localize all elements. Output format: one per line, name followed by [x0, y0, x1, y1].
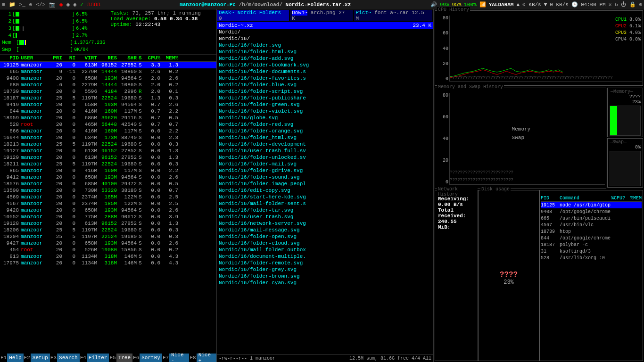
table-row[interactable]: 9427 manzoor 20 0 658M 193M 94564 S 0.0 …	[0, 240, 216, 247]
col-header-res[interactable]: RES	[99, 55, 119, 61]
list-item[interactable]: Nordic/16/folder-remote.svg	[217, 260, 433, 266]
list-item[interactable]: 19125 node /usr/bin/gtop	[541, 202, 642, 208]
pp-col-mem[interactable]: %MEM	[625, 196, 642, 201]
table-row[interactable]: 454 root 20 0 526M 19080 15856 S 0.0 0.2	[0, 247, 216, 253]
table-row[interactable]: 9428 manzoor 20 0 658M 193M 94564 S 0.0 …	[0, 207, 216, 214]
list-item[interactable]: Nordic/16/folder-html.svg	[217, 49, 433, 55]
col-header-pid[interactable]: PID	[1, 55, 21, 61]
f3-key[interactable]: F3Search	[50, 354, 80, 362]
list-item[interactable]: Nordic/16/folder-red.svg	[217, 121, 433, 128]
list-item[interactable]: Nordic/16/folder-mail.svg	[217, 161, 433, 167]
table-row[interactable]: 528 root 20 0 465M 56448 42540 S 0.7 0.7	[0, 121, 216, 128]
table-row[interactable]: 10552 manzoor 20 0 775M 288M 90612 S 0.0…	[0, 214, 216, 220]
table-row[interactable]: 9408 manzoor 20 0 658M 193M 94564 S 2.0 …	[0, 75, 216, 82]
list-item[interactable]: Nordic/16/document-multiple.	[217, 253, 433, 260]
table-row[interactable]: 19128 manzoor 20 0 613M 96152 27852 S 0.…	[0, 220, 216, 227]
list-item[interactable]: Nordic/16/folder-publicshare	[217, 95, 433, 101]
list-item[interactable]: Nordic/16/mail-message.svg	[217, 227, 433, 233]
f4-key[interactable]: F4Filter	[80, 354, 109, 362]
list-item[interactable]: Nordic/16/user-trash.svg	[217, 214, 433, 220]
list-item[interactable]: Nordic/16/folder_html.svg	[217, 134, 433, 141]
table-row[interactable]: 18959 manzoor 20 0 686M 39620 29116 S 0.…	[0, 115, 216, 121]
list-item[interactable]: Nordic/16/folder-documents.s	[217, 68, 433, 75]
table-row[interactable]: 844 manzoor 20 0 416M 160M 117M S 0.7 2.…	[0, 108, 216, 115]
pane1-header[interactable]: Desk~ Nordic-Folders 0	[217, 10, 289, 21]
col-header-shr[interactable]: SHR	[119, 55, 139, 61]
list-item[interactable]: Nordic/16/folder-unlocked.sv	[217, 154, 433, 161]
list-item[interactable]: Nordic/16/folder.svg	[217, 42, 433, 49]
list-item[interactable]: Nordic/16/edit-copy.svg	[217, 187, 433, 194]
f7-key[interactable]: F7Nice -	[162, 354, 190, 362]
list-item[interactable]: Nordic/16/folder-grey.svg	[217, 266, 433, 273]
table-row[interactable]: 18206 manzoor 25 5 1197M 22524 19680 S 0…	[0, 227, 216, 233]
table-row[interactable]: 16944 manzoor 20 0 634M 173M 88740 S 0.0…	[0, 134, 216, 141]
selected-file-row[interactable]: Nordic-~.xz 23.4 K	[217, 22, 433, 29]
table-row[interactable]: 18187 manzoor 25 5 1197M 22524 19680 S 1…	[0, 95, 216, 101]
table-row[interactable]: 4569 manzoor 20 0 2374M 185M 122M S 0.0 …	[0, 194, 216, 200]
col-header-pri[interactable]: PRI	[50, 55, 63, 61]
pp-col-cpu[interactable]: %CPU?	[604, 196, 625, 201]
table-row[interactable]: 19129 manzoor 20 0 613M 96152 27852 S 0.…	[0, 154, 216, 161]
list-item[interactable]: Nordic/16/folder-gdrive.svg	[217, 167, 433, 174]
list-item[interactable]: Nordic/16/folder-brown.svg	[217, 273, 433, 280]
list-item[interactable]: Nordic/16/folder-cyan.svg	[217, 280, 433, 286]
list-item[interactable]: 9408 /opt/google/chrome	[541, 208, 642, 215]
table-row[interactable]: 18576 manzoor 20 0 685M 40100 29472 S 0.…	[0, 181, 216, 187]
table-row[interactable]: 13500 manzoor 20 0 730M 53320 38180 S 0.…	[0, 187, 216, 194]
list-item[interactable]: Nordic/16/folder-sound.svg	[217, 174, 433, 181]
topbar-actions[interactable]: ✕ ↻ ⏻ 🔒 ⚙	[609, 1, 642, 8]
list-item[interactable]: Nordic/16/folder-bookmark.svg	[217, 62, 433, 68]
pane3-header[interactable]: Pict~ font-a~.rar 12.5 M	[354, 10, 432, 21]
pane2-header[interactable]: Down~ arch.png 27 K	[290, 10, 353, 21]
table-row[interactable]: 19127 manzoor 20 0 613M 96152 27852 S 0.…	[0, 148, 216, 154]
table-row[interactable]: 813 manzoor 20 0 1134M 318M 146M S 0.0 4…	[0, 253, 216, 260]
list-item[interactable]: Nordic/16/mail-folder-sent.s	[217, 200, 433, 207]
list-item[interactable]: Nordic/16/network-server.svg	[217, 220, 433, 227]
list-item[interactable]: Nordic/16/folder-cloud.svg	[217, 240, 433, 247]
list-item[interactable]: Nordic/16/	[217, 35, 433, 42]
list-item[interactable]: 18187 polybar -c	[541, 241, 642, 248]
table-row[interactable]: 18211 manzoor 25 5 1197M 22524 19680 S 0…	[0, 161, 216, 167]
list-item[interactable]: Nordic/16/folder-favorites.s	[217, 75, 433, 82]
table-row[interactable]: 9419 manzoor 20 0 658M 193M 94564 S 0.7 …	[0, 101, 216, 108]
table-row[interactable]: 680 manzoor -6 0 2279M 14444 10860 S 2.0…	[0, 82, 216, 88]
table-row[interactable]: 865 manzoor 20 0 416M 160M 117M S 0.0 2.…	[0, 167, 216, 174]
list-item[interactable]: 4567 /usr/bin/vlc	[541, 222, 642, 228]
col-header-s[interactable]: S	[139, 55, 144, 61]
list-item[interactable]: 31 ksoftirqd/3	[541, 248, 642, 255]
f5-key[interactable]: F5Tree	[109, 354, 132, 362]
list-item[interactable]: 844 /opt/google/chrome	[541, 235, 642, 241]
list-item[interactable]: 18739 htop	[541, 228, 642, 235]
table-row[interactable]: 4567 manzoor 20 0 2374M 185M 122M S 0.0 …	[0, 200, 216, 207]
f2-key[interactable]: F2Setup	[24, 354, 50, 362]
col-header-mem[interactable]: MEM%	[161, 55, 178, 61]
list-item[interactable]: Nordic/16/folder-open.svg	[217, 233, 433, 240]
table-row[interactable]: 866 manzoor 20 0 416M 160M 117M S 0.0 2.…	[0, 128, 216, 134]
table-row[interactable]: 18739 manzoor 20 0 5596 4184 2996 R 2.0 …	[0, 88, 216, 95]
list-item[interactable]: Nordic/	[217, 29, 433, 35]
table-row[interactable]: 17975 manzoor 20 0 1134M 318M 146M S 0.0…	[0, 260, 216, 266]
list-item[interactable]: Nordic/16/folder-blue.svg	[217, 82, 433, 88]
list-item[interactable]: Nordic/16/folder-green.svg	[217, 101, 433, 108]
list-item[interactable]: Nordic/16/start-here-kde.svg	[217, 194, 433, 200]
list-item[interactable]: Nordic/16/globe.svg	[217, 115, 433, 121]
pp-col-pid[interactable]: PID	[541, 196, 560, 201]
table-row[interactable]: 665 manzoor 9 -11 2279M 14444 10860 S 2.…	[0, 68, 216, 75]
list-item[interactable]: Nordic/16/folder-script.svg	[217, 88, 433, 95]
table-row[interactable]: 19125 manzoor 20 0 613M 96152 27852 S 3.…	[0, 62, 216, 68]
table-row[interactable]: 18213 manzoor 25 5 1197M 22524 19680 S 0…	[0, 141, 216, 148]
list-item[interactable]: Nordic/16/folder-tar.svg	[217, 207, 433, 214]
list-item[interactable]: Nordic/16/user-trash-full.sv	[217, 148, 433, 154]
list-item[interactable]: Nordic/16/folder-violet.svg	[217, 108, 433, 115]
list-item[interactable]: 528 /usr/lib/Xorg :0	[541, 255, 642, 261]
file-list[interactable]: Nordic/ Nordic/16/ Nordic/16/folder.svg …	[217, 29, 433, 354]
list-item[interactable]: Nordic/16/folder-image-peopl	[217, 181, 433, 187]
f8-key[interactable]: F8Nice +	[189, 354, 216, 362]
table-row[interactable]: 18204 manzoor 25 5 1197M 22524 19680 S 0…	[0, 233, 216, 240]
pp-col-cmd[interactable]: Command	[560, 196, 604, 201]
col-header-ni[interactable]: NI	[63, 55, 76, 61]
table-row[interactable]: 9412 manzoor 20 0 658M 193M 94564 S 0.0 …	[0, 174, 216, 181]
col-header-virt[interactable]: VIRT	[76, 55, 99, 61]
f6-key[interactable]: F6SortBy	[132, 354, 162, 362]
list-item[interactable]: Nordic/16/folder-development	[217, 141, 433, 148]
